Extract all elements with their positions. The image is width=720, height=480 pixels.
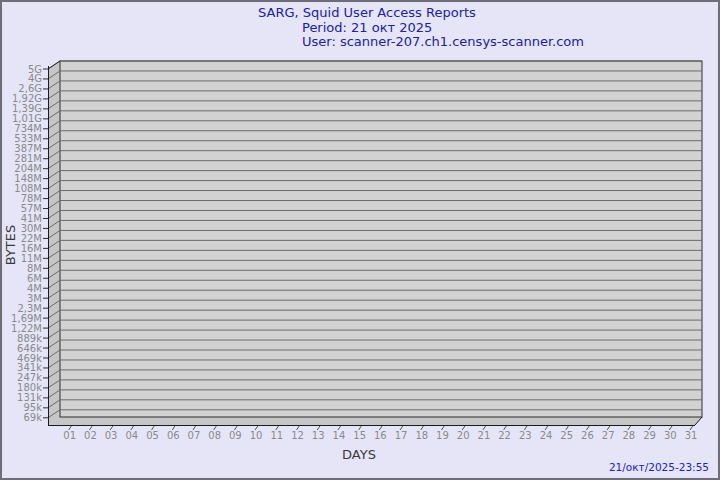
x-tick-label: 17: [395, 430, 408, 441]
x-tick-label: 07: [188, 430, 201, 441]
x-tick-label: 06: [167, 430, 180, 441]
sarg-report-page: SARG, Squid User Access Reports Period: …: [0, 0, 720, 480]
x-tick-label: 04: [125, 430, 138, 441]
x-tick-label: 12: [291, 430, 304, 441]
x-tick-label: 29: [643, 430, 656, 441]
x-tick-label: 19: [436, 430, 449, 441]
x-tick-label: 10: [250, 430, 263, 441]
x-tick-label: 21: [478, 430, 491, 441]
x-tick-label: 08: [208, 430, 221, 441]
x-tick-label: 14: [333, 430, 346, 441]
x-tick-label: 05: [146, 430, 159, 441]
y-tick-label: 69k: [23, 412, 42, 423]
x-tick-label: 23: [519, 430, 532, 441]
x-tick-label: 20: [457, 430, 470, 441]
x-tick-label: 15: [353, 430, 366, 441]
bytes-days-chart: 5G4G2,6G1,92G1,39G1,01G734M533M387M281M2…: [2, 2, 720, 480]
x-tick-label: 24: [540, 430, 553, 441]
plot-area: [60, 61, 702, 417]
x-tick-label: 18: [415, 430, 428, 441]
chart-floor: [48, 417, 702, 425]
x-tick-label: 26: [581, 430, 594, 441]
x-tick-labels: 0102030405060708091011121314151617181920…: [63, 430, 697, 441]
x-tick-label: 30: [664, 430, 677, 441]
report-timestamp: 21/окт/2025-23:55: [609, 461, 709, 473]
chart-left-wall: [48, 61, 60, 425]
x-tick-label: 25: [560, 430, 573, 441]
x-tick-label: 27: [602, 430, 615, 441]
x-tick-label: 16: [374, 430, 387, 441]
x-tick-label: 22: [498, 430, 511, 441]
x-axis-title: DAYS: [342, 447, 376, 462]
x-tick-label: 01: [63, 430, 76, 441]
x-tick-label: 02: [84, 430, 97, 441]
x-tick-label: 03: [105, 430, 118, 441]
x-tick-label: 31: [685, 430, 698, 441]
x-tick-label: 28: [623, 430, 636, 441]
y-axis-title: BYTES: [3, 225, 18, 266]
x-tick-label: 13: [312, 430, 325, 441]
x-tick-label: 11: [270, 430, 283, 441]
x-tick-label: 09: [229, 430, 242, 441]
